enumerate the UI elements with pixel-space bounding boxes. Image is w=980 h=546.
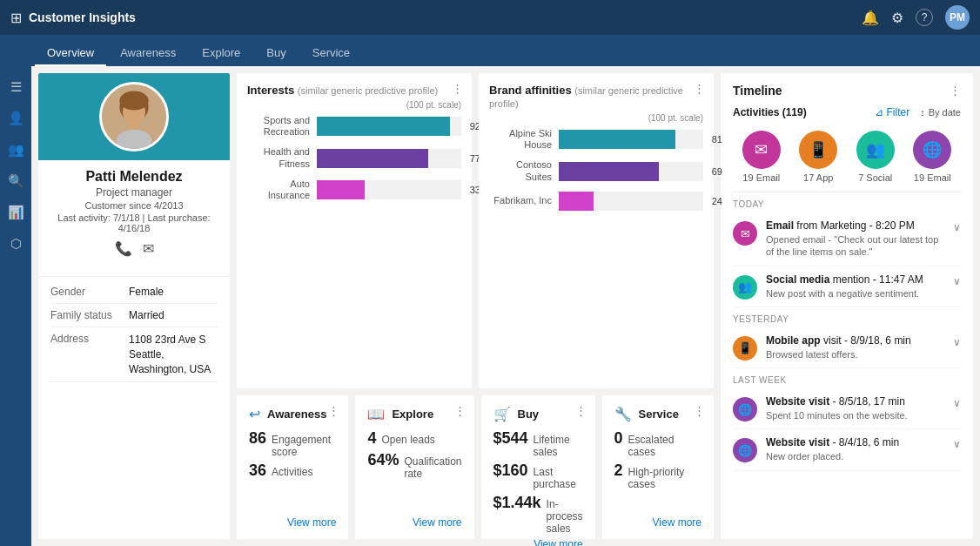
- timeline-filter-button[interactable]: ⊿ Filter: [875, 106, 910, 118]
- act-icon-social[interactable]: 👥 7 Social: [856, 131, 895, 183]
- sidebar-icon-group[interactable]: 👥: [2, 136, 30, 164]
- bar-label-auto: Auto Insurance: [247, 179, 317, 201]
- kpi-service-more[interactable]: ⋮: [694, 404, 705, 417]
- grid-icon[interactable]: ⊞: [10, 10, 22, 26]
- kpi-explore-title: Explore: [392, 408, 433, 421]
- bar-fill-sports: [317, 117, 450, 136]
- bell-icon[interactable]: 🔔: [862, 10, 879, 26]
- tl-chevron-mobile[interactable]: ∨: [953, 336, 961, 348]
- tl-chevron-website1[interactable]: ∨: [953, 397, 961, 409]
- section-label-lastweek: LAST WEEK: [733, 368, 961, 388]
- bar-fill-health: [317, 149, 428, 168]
- svg-point-5: [117, 130, 152, 152]
- email-icon[interactable]: ✉: [143, 240, 154, 257]
- kpi-awareness-viewmore[interactable]: View more: [249, 516, 336, 529]
- tl-title-mobile: Mobile app visit - 8/9/18, 6 min: [766, 334, 944, 347]
- field-address-label: Address: [50, 333, 129, 345]
- filter-icon: ⊿: [875, 106, 883, 118]
- timeline-item-social: 👥 Social media mention - 11:47 AM New po…: [733, 266, 961, 307]
- charts-row: ⋮ Interests (similar generic predictive …: [237, 73, 714, 388]
- act-icon-email2-label: 19 Email: [914, 172, 951, 183]
- timeline-feed: TODAY ✉ Email from Marketing - 8:20 PM O…: [721, 192, 973, 539]
- buy-icon: 🛒: [493, 406, 511, 422]
- help-icon[interactable]: ?: [916, 9, 933, 26]
- kpi-explore-viewmore[interactable]: View more: [367, 516, 461, 529]
- svg-rect-4: [129, 122, 138, 128]
- tl-desc-email: Opened email - "Check out our latest top…: [766, 233, 944, 259]
- kpi-label-escalated: Escalated cases: [628, 434, 701, 458]
- tab-overview[interactable]: Overview: [35, 41, 106, 66]
- bar-item-sports: Sports and Recreation 92: [247, 115, 461, 138]
- act-icon-email1-label: 19 Email: [742, 172, 780, 183]
- tl-content-website1: Website visit - 8/5/18, 17 min Spent 10 …: [766, 395, 944, 421]
- act-icon-app-label: 17 App: [803, 172, 833, 183]
- kpi-label-leads: Open leads: [381, 434, 434, 446]
- gear-icon[interactable]: ⚙: [891, 10, 903, 26]
- kpi-explore-more[interactable]: ⋮: [454, 404, 466, 417]
- kpi-service-viewmore[interactable]: View more: [614, 516, 701, 529]
- brand-title: Brand affinities: [489, 84, 572, 97]
- interests-more-icon[interactable]: ⋮: [452, 82, 463, 95]
- kpi-stat-escalated: 0 Escalated cases: [614, 429, 701, 458]
- kpi-label-lifetime: Lifetime sales: [534, 434, 583, 458]
- kpi-buy-more[interactable]: ⋮: [575, 404, 587, 417]
- act-icon-email1[interactable]: ✉ 19 Email: [742, 131, 781, 183]
- filter-label: Filter: [887, 106, 910, 118]
- field-gender-value: Female: [129, 286, 164, 298]
- kpi-awareness-more[interactable]: ⋮: [328, 404, 339, 417]
- timeline-item-website1: 🌐 Website visit - 8/5/18, 17 min Spent 1…: [733, 388, 961, 429]
- bar-fill-alpine: [559, 130, 675, 149]
- tl-chevron-social[interactable]: ∨: [953, 275, 961, 287]
- tab-explore[interactable]: Explore: [190, 41, 252, 66]
- kpi-num-escalated: 0: [614, 429, 623, 448]
- kpi-num-activities: 36: [249, 462, 266, 480]
- sidebar-icon-menu[interactable]: ☰: [2, 73, 30, 101]
- field-gender: Gender Female: [50, 280, 218, 304]
- kpi-num-inprocess: $1.44k: [493, 494, 541, 512]
- act-icon-email1-circle: ✉: [742, 131, 781, 169]
- tl-content-website2: Website visit - 8/4/18, 6 min New order …: [766, 436, 944, 462]
- tl-chevron-email[interactable]: ∨: [953, 221, 961, 233]
- avatar: [99, 82, 169, 152]
- tl-chevron-website2[interactable]: ∨: [953, 438, 961, 450]
- topbar-left: ⊞ Customer Insights: [10, 10, 136, 26]
- kpi-explore-header: 📖 Explore: [367, 406, 461, 422]
- profile-role: Project manager: [50, 186, 218, 199]
- kpi-stat-inprocess: $1.44k In-process sales: [493, 494, 583, 535]
- tab-buy[interactable]: Buy: [254, 41, 298, 66]
- kpi-num-lifetime: $544: [493, 429, 528, 448]
- tl-dot-social: 👥: [733, 275, 757, 300]
- kpi-buy-viewmore[interactable]: View more: [493, 538, 583, 546]
- kpi-stat-highpriority: 2 High-priority cases: [614, 462, 701, 490]
- timeline-item-mobile: 📱 Mobile app visit - 8/9/18, 6 min Brows…: [733, 327, 961, 368]
- phone-icon[interactable]: 📞: [115, 240, 132, 257]
- kpi-explore-stats: 4 Open leads 64% Qualification rate: [367, 429, 461, 516]
- avatar[interactable]: PM: [945, 5, 970, 30]
- kpi-awareness-header: ↩ Awareness: [249, 406, 336, 422]
- profile-name: Patti Melendez: [50, 169, 218, 185]
- sidebar-icon-chart[interactable]: 📊: [2, 199, 30, 226]
- bar-track-fabrikam: 24: [559, 192, 703, 211]
- bydate-sort-button[interactable]: ↕ By date: [920, 107, 961, 118]
- section-label-yesterday: YESTERDAY: [733, 307, 961, 327]
- sidebar-icon-hex[interactable]: ⬡: [2, 230, 30, 258]
- tab-awareness[interactable]: Awareness: [108, 41, 188, 66]
- kpi-stat-lastpurchase: $160 Last purchase: [493, 462, 583, 490]
- sidebar-icon-search[interactable]: 🔍: [2, 167, 30, 195]
- bar-item-health: Health and Fitness 77: [247, 146, 461, 169]
- sidebar-icon-person[interactable]: 👤: [2, 104, 30, 132]
- tab-service[interactable]: Service: [300, 41, 362, 66]
- act-icon-email2[interactable]: 🌐 19 Email: [913, 131, 951, 183]
- brand-scale: (100 pt. scale): [489, 113, 703, 123]
- kpi-num-engagement: 86: [249, 429, 266, 448]
- kpi-stat-lifetime: $544 Lifetime sales: [493, 429, 583, 458]
- timeline-more-icon[interactable]: ⋮: [950, 84, 961, 97]
- field-gender-label: Gender: [50, 286, 129, 298]
- timeline-item-email-marketing: ✉ Email from Marketing - 8:20 PM Opened …: [733, 212, 961, 266]
- act-icon-app[interactable]: 📱 17 App: [799, 131, 837, 183]
- kpi-label-activities: Activities: [272, 466, 312, 478]
- bar-track-contoso: 69: [559, 162, 703, 181]
- bar-item-fabrikam: Fabrikam, Inc 24: [489, 192, 703, 211]
- brand-more-icon[interactable]: ⋮: [694, 82, 705, 95]
- tl-desc-website1: Spent 10 minutes on the website.: [766, 409, 944, 421]
